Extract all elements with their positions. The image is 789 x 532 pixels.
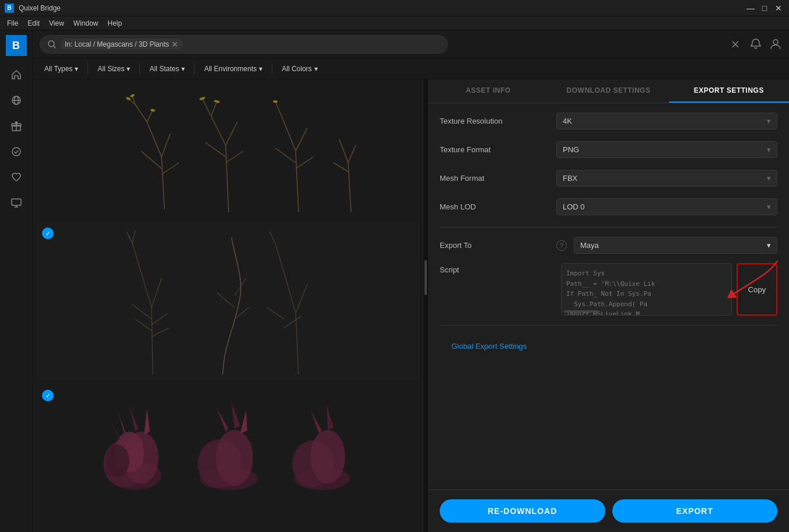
tab-export-settings[interactable]: EXPORT SETTINGS: [669, 79, 789, 103]
svg-line-32: [205, 142, 226, 157]
global-export-settings-link[interactable]: Global Export Settings: [440, 335, 777, 358]
sidebar-item-check[interactable]: [5, 140, 28, 163]
filter-divider-2: [139, 63, 140, 75]
svg-line-29: [226, 122, 237, 145]
tab-asset-info[interactable]: ASSET INFO: [428, 79, 548, 103]
svg-line-38: [296, 128, 307, 151]
sidebar-item-heart[interactable]: [5, 166, 28, 189]
sidebar-item-globe[interactable]: [5, 89, 28, 112]
texture-resolution-select[interactable]: 4K ▾: [556, 113, 777, 130]
mesh-lod-arrow: ▾: [767, 202, 771, 211]
svg-line-67: [284, 316, 301, 328]
svg-line-37: [284, 122, 296, 151]
script-label: Script: [440, 263, 556, 274]
svg-point-78: [310, 430, 345, 484]
search-input[interactable]: [187, 40, 440, 49]
search-box[interactable]: In: Local / Megascans / 3D Plants ✕: [40, 35, 448, 54]
texture-format-arrow: ▾: [767, 145, 771, 154]
texture-format-select[interactable]: PNG ▾: [556, 141, 777, 158]
svg-point-75: [216, 430, 253, 486]
svg-line-30: [202, 99, 211, 116]
user-icon[interactable]: [769, 37, 782, 52]
plant-svg-3: [77, 388, 380, 493]
script-scrollbar[interactable]: [564, 310, 599, 313]
panel-tabs: ASSET INFO DOWNLOAD SETTINGS EXPORT SETT…: [428, 79, 789, 103]
mesh-lod-row: Mesh LOD LOD 0 ▾: [440, 198, 777, 215]
filter-sizes[interactable]: All Sizes ▾: [93, 62, 135, 75]
svg-point-72: [106, 444, 129, 477]
mesh-lod-select[interactable]: LOD 0 ▾: [556, 198, 777, 215]
menu-file[interactable]: File: [2, 18, 23, 29]
svg-line-40: [275, 148, 296, 163]
filter-divider-4: [272, 63, 272, 75]
copy-button[interactable]: Copy: [737, 263, 777, 316]
asset-item-3[interactable]: ✓: [37, 385, 419, 496]
svg-line-27: [226, 145, 229, 212]
filter-states[interactable]: All States ▾: [145, 62, 190, 75]
texture-format-row: Texture Format PNG ▾: [440, 141, 777, 158]
content-area: In: Local / Megascans / 3D Plants ✕: [33, 30, 789, 532]
export-button[interactable]: EXPORT: [612, 499, 778, 523]
svg-point-35: [213, 100, 220, 103]
menu-edit[interactable]: Edit: [23, 18, 44, 29]
filter-colors[interactable]: All Colors ▾: [277, 62, 322, 75]
svg-line-20: [141, 151, 162, 169]
main-content: ✓: [33, 79, 789, 532]
menu-window[interactable]: Window: [69, 18, 103, 29]
svg-line-50: [132, 243, 141, 272]
svg-point-26: [150, 108, 155, 111]
scrollbar-thumb: [425, 260, 427, 295]
divider-2: [440, 325, 777, 326]
mesh-format-select[interactable]: FBX ▾: [556, 170, 777, 187]
mesh-format-row: Mesh Format FBX ▾: [440, 170, 777, 187]
svg-line-64: [275, 243, 284, 272]
divider-1: [440, 227, 777, 228]
texture-resolution-label: Texture Resolution: [440, 117, 556, 125]
svg-line-53: [135, 319, 152, 331]
help-icon[interactable]: ?: [556, 240, 567, 251]
mesh-format-label: Mesh Format: [440, 174, 556, 183]
texture-resolution-row: Texture Resolution 4K ▾: [440, 113, 777, 130]
export-to-arrow: ▾: [767, 241, 771, 250]
svg-line-44: [339, 139, 348, 163]
export-to-label: Export To: [440, 241, 556, 250]
redownload-button[interactable]: RE-DOWNLOAD: [440, 499, 605, 523]
sidebar-item-home[interactable]: [5, 63, 28, 86]
search-tag-close[interactable]: ✕: [171, 40, 178, 49]
script-row: Script Import Sys Path__ = 'M:\\Quixe Li…: [440, 263, 777, 316]
svg-rect-7: [12, 199, 21, 205]
svg-line-36: [296, 151, 299, 212]
filter-bar: All Types ▾ All Sizes ▾ All States ▾ All…: [33, 59, 789, 79]
menu-view[interactable]: View: [44, 18, 69, 29]
asset-preview-3: [37, 385, 419, 496]
svg-line-48: [141, 272, 152, 307]
panel-content: Texture Resolution 4K ▾ Texture Format P…: [428, 103, 789, 489]
svg-line-61: [296, 313, 299, 374]
close-search-icon[interactable]: [728, 37, 742, 51]
app-icon: B: [5, 4, 14, 13]
sidebar-item-gift[interactable]: [5, 114, 28, 138]
svg-line-41: [296, 157, 313, 169]
asset-item-2[interactable]: ✓: [37, 223, 419, 380]
vertical-scrollbar[interactable]: [424, 79, 427, 532]
svg-line-47: [152, 307, 153, 374]
filter-environments[interactable]: All Environments ▾: [199, 62, 267, 75]
texture-resolution-arrow: ▾: [767, 117, 771, 125]
tab-download-settings[interactable]: DOWNLOAD SETTINGS: [548, 79, 668, 103]
menu-help[interactable]: Help: [103, 18, 127, 29]
asset-grid[interactable]: ✓: [33, 79, 424, 532]
app-layout: B: [0, 30, 789, 532]
close-button[interactable]: ✕: [773, 4, 784, 13]
export-to-select[interactable]: Maya ▾: [574, 237, 777, 254]
svg-line-65: [269, 232, 275, 243]
svg-line-33: [226, 151, 243, 163]
notification-icon[interactable]: [749, 37, 762, 52]
svg-line-16: [147, 122, 162, 157]
svg-point-6: [12, 148, 20, 156]
maximize-button[interactable]: □: [759, 4, 770, 13]
svg-line-15: [162, 157, 164, 209]
filter-types[interactable]: All Types ▾: [40, 62, 83, 75]
asset-item-1[interactable]: [37, 84, 419, 218]
sidebar-item-monitor[interactable]: [5, 191, 28, 215]
minimize-button[interactable]: —: [745, 4, 756, 13]
